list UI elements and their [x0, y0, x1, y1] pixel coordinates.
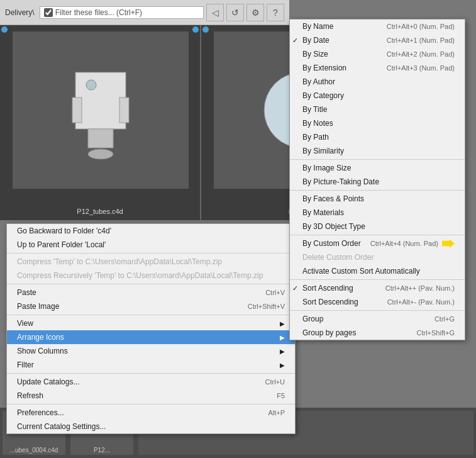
submenu-label-sort-asc: Sort Ascending: [302, 284, 353, 293]
submenu-item-by-path[interactable]: By Path: [290, 130, 465, 144]
submenu-item-by-author[interactable]: By Author: [290, 75, 465, 89]
menu-item-view[interactable]: View▶: [7, 316, 295, 330]
menu-arrow-arrange-icons: ▶: [280, 334, 285, 341]
submenu-item-by-name[interactable]: By NameCtrl+Alt+0 (Num. Pad): [290, 20, 465, 33]
menu-item-update-catalogs[interactable]: Update Catalogs...Ctrl+U: [7, 375, 295, 389]
menu-item-label-arrange-icons: Arrange Icons: [17, 333, 64, 342]
toolbar-btn-2[interactable]: ↺: [226, 4, 244, 21]
submenu-item-group-pages[interactable]: Group by pagesCtrl+Shift+G: [290, 326, 465, 340]
menu-item-label-up-parent: Up to Parent Folder 'Local': [17, 240, 106, 249]
submenu-separator: [290, 235, 465, 235]
menu-item-label-go-backward: Go Backward to Folder 'c4d': [17, 226, 111, 235]
submenu-item-by-3d[interactable]: By 3D Object Type: [290, 220, 465, 233]
submenu-label-by-title: By Title: [302, 105, 327, 114]
bottom-thumb-1-label: ...ubes_0004.c4d: [10, 447, 58, 454]
submenu-item-by-title[interactable]: By Title: [290, 103, 465, 116]
submenu-item-by-similarity[interactable]: By Similarity: [290, 144, 465, 158]
file-thumb-1: [13, 31, 189, 189]
submenu-label-by-materials: By Materials: [302, 208, 344, 217]
submenu-label-by-similarity: By Similarity: [302, 147, 344, 155]
submenu-item-activate-custom[interactable]: Activate Custom Sort Automatically: [290, 264, 465, 278]
menu-item-show-columns[interactable]: Show Columns▶: [7, 344, 295, 358]
menu-separator: [7, 373, 295, 374]
toolbar-btn-1[interactable]: ◁: [206, 4, 224, 21]
menu-item-compress[interactable]: Compress 'Temp' to C:\Users\omard\AppDat…: [7, 255, 295, 269]
submenu-label-sort-desc: Sort Descending: [302, 298, 358, 306]
menu-item-label-preferences: Preferences...: [17, 408, 64, 417]
menu-separator: [7, 315, 295, 315]
menu-item-paste-image[interactable]: Paste ImageCtrl+Shift+V: [7, 299, 295, 313]
menu-shortcut-preferences: Alt+P: [268, 409, 285, 416]
submenu-shortcut-group-pages: Ctrl+Shift+G: [416, 329, 455, 337]
submenu-item-group[interactable]: GroupCtrl+G: [290, 312, 465, 326]
corner-indicator-tr: [192, 26, 199, 33]
submenu-item-sort-asc[interactable]: Sort AscendingCtrl+Alt++ (Pav. Num.): [290, 281, 465, 295]
submenu-item-by-materials[interactable]: By Materials: [290, 206, 465, 220]
submenu-label-delete-custom: Delete Custom Order: [302, 253, 374, 262]
context-menu-left: Go Backward to Folder 'c4d'Up to Parent …: [6, 223, 296, 434]
toolbar-btn-3[interactable]: ⚙: [246, 4, 264, 21]
filter-bar[interactable]: Filter these files... (Ctrl+F): [40, 6, 204, 19]
menu-item-filter[interactable]: Filter▶: [7, 358, 295, 372]
submenu-item-by-faces[interactable]: By Faces & Points: [290, 192, 465, 206]
svg-rect-4: [119, 98, 129, 123]
toolbar: Delivery\ Filter these files... (Ctrl+F)…: [0, 0, 289, 25]
submenu-label-activate-custom: Activate Custom Sort Automatically: [302, 267, 420, 276]
menu-separator: [7, 404, 295, 405]
menu-item-up-parent[interactable]: Up to Parent Folder 'Local': [7, 238, 295, 252]
submenu-item-by-size[interactable]: By SizeCtrl+Alt+2 (Num. Pad): [290, 47, 465, 61]
submenu-item-delete-custom[interactable]: Delete Custom Order: [290, 250, 465, 264]
menu-item-label-update-catalogs: Update Catalogs...: [17, 377, 79, 386]
filter-label: Filter these files... (Ctrl+F): [55, 8, 142, 17]
submenu-item-by-category[interactable]: By Category: [290, 89, 465, 103]
menu-item-current-catalog[interactable]: Current Catalog Settings...: [7, 420, 295, 433]
submenu-item-by-notes[interactable]: By Notes: [290, 116, 465, 130]
submenu-item-by-date[interactable]: By DateCtrl+Alt+1 (Num. Pad): [290, 33, 465, 47]
menu-item-label-current-catalog: Current Catalog Settings...: [17, 422, 106, 431]
toolbar-btn-help[interactable]: ?: [267, 4, 284, 21]
submenu-label-by-notes: By Notes: [302, 119, 333, 128]
menu-item-preferences[interactable]: Preferences...Alt+P: [7, 406, 295, 420]
menu-item-refresh[interactable]: RefreshF5: [7, 389, 295, 403]
toolbar-path: Delivery\: [5, 8, 35, 17]
submenu-separator: [290, 310, 465, 311]
menu-item-label-filter: Filter: [17, 360, 34, 369]
svg-point-5: [86, 80, 96, 90]
svg-rect-0: [75, 72, 126, 129]
submenu-label-by-custom: By Custom Order: [302, 239, 361, 248]
menu-separator: [7, 253, 295, 254]
file-panel-1: P12_tubes.c4d: [0, 25, 201, 220]
submenu-label-by-author: By Author: [302, 77, 335, 86]
submenu-shortcut-by-date: Ctrl+Alt+1 (Num. Pad): [387, 36, 455, 44]
filter-checkbox[interactable]: [44, 8, 53, 17]
submenu-shortcut-by-extension: Ctrl+Alt+3 (Num. Pad): [387, 64, 455, 72]
menu-shortcut-paste: Ctrl+V: [265, 289, 285, 296]
corner-indicator2-tl: [202, 26, 209, 33]
submenu-item-by-extension[interactable]: By ExtensionCtrl+Alt+3 (Num. Pad): [290, 61, 465, 75]
svg-point-2: [88, 149, 113, 159]
submenu-label-by-3d: By 3D Object Type: [302, 222, 365, 231]
submenu-shortcut-sort-desc: Ctrl+Alt+- (Pav. Num.): [387, 298, 455, 306]
submenu-item-by-picture-taking[interactable]: By Picture-Taking Date: [290, 175, 465, 189]
bottom-thumb-2-label: P12...: [94, 447, 110, 454]
menu-item-arrange-icons[interactable]: Arrange Icons▶: [7, 330, 295, 344]
submenu-label-by-faces: By Faces & Points: [302, 194, 364, 203]
menu-arrow-view: ▶: [280, 320, 285, 327]
submenu-item-sort-desc[interactable]: Sort DescendingCtrl+Alt+- (Pav. Num.): [290, 295, 465, 309]
menu-item-compress-rec[interactable]: Compress Recursively 'Temp' to C:\Users\…: [7, 269, 295, 282]
submenu-label-by-path: By Path: [302, 133, 329, 142]
menu-separator: [7, 284, 295, 284]
submenu-separator: [290, 190, 465, 191]
submenu-label-group-pages: Group by pages: [302, 328, 356, 337]
menu-arrow-show-columns: ▶: [280, 348, 285, 355]
menu-item-go-backward[interactable]: Go Backward to Folder 'c4d': [7, 224, 295, 238]
submenu-label-group: Group: [302, 315, 323, 323]
menu-shortcut-paste-image: Ctrl+Shift+V: [248, 303, 285, 310]
submenu-label-by-picture-taking: By Picture-Taking Date: [302, 177, 379, 186]
file-panel-1-label: P12_tubes.c4d: [77, 208, 123, 215]
submenu-separator: [290, 159, 465, 160]
menu-item-paste[interactable]: PasteCtrl+V: [7, 286, 295, 299]
submenu-item-by-custom[interactable]: By Custom OrderCtrl+Alt+4 (Num. Pad): [290, 237, 465, 250]
submenu-item-by-image-size[interactable]: By Image Size: [290, 161, 465, 175]
submenu-label-by-category: By Category: [302, 91, 344, 100]
